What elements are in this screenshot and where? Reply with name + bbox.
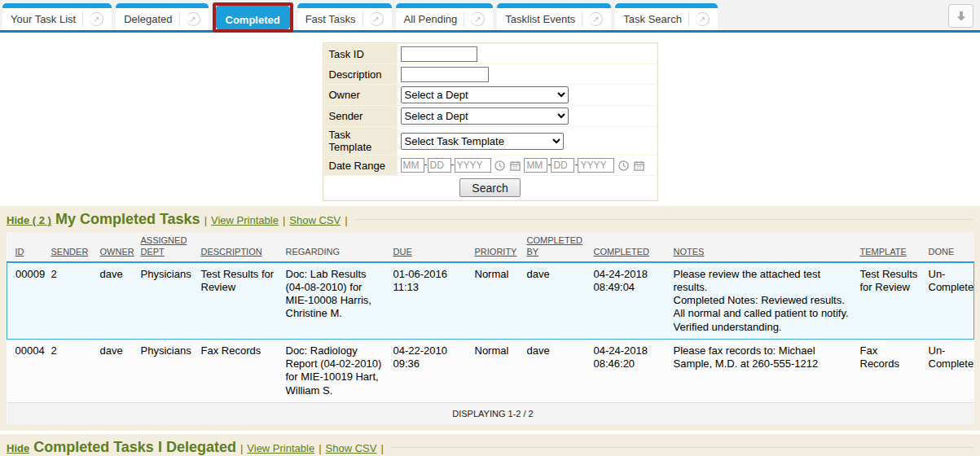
cell-notes: Please fax records to: Michael Sample, M… (670, 339, 857, 402)
tab-completed[interactable]: Completed (216, 6, 290, 29)
calendar-icon[interactable] (634, 160, 644, 171)
show-csv-link[interactable]: Show CSV (326, 442, 377, 454)
popout-icon[interactable]: ↗ (187, 12, 200, 26)
cell-sender: 2 (48, 262, 97, 340)
cell-completed: 04-24-2018 08:46:20 (591, 339, 670, 402)
col-header-completed[interactable]: COMPLETED (591, 232, 670, 262)
task-search-form: Task ID Description Owner Select a Dept … (323, 42, 658, 201)
popout-icon[interactable]: ↗ (696, 12, 710, 26)
tab-divider (688, 11, 689, 27)
show-csv-link[interactable]: Show CSV (289, 214, 341, 226)
end-day-input[interactable] (551, 158, 574, 173)
separator: | (319, 442, 321, 454)
tab-label[interactable]: Fast Tasks (305, 13, 363, 25)
tab-divider (464, 11, 464, 27)
tab-label[interactable]: All Pending (404, 13, 464, 25)
separator: | (283, 214, 285, 226)
separator: | (380, 442, 383, 454)
form-row-search: Search (324, 176, 657, 200)
cell-notes: Please review the attached test results.… (670, 262, 857, 340)
clock-icon[interactable] (494, 160, 505, 171)
pagination-row: DISPLAYING 1-2 / 2 (7, 402, 974, 424)
col-header-regarding: REGARDING (283, 232, 390, 262)
header-rule (391, 447, 973, 448)
col-header-due[interactable]: DUE (390, 232, 472, 262)
form-row-owner: Owner Select a Dept (324, 85, 657, 105)
col-header-id[interactable]: ID (7, 232, 48, 262)
tab-divider (582, 11, 582, 27)
popout-glyph: ↗ (189, 15, 196, 24)
collapse-tabs-button[interactable] (948, 4, 973, 28)
view-printable-link[interactable]: View Printable (211, 214, 279, 226)
uncomplete-action[interactable]: Un-Complete (925, 262, 974, 340)
table-row[interactable]: 00009 2 dave Physicians Test Results for… (7, 262, 974, 340)
popout-icon[interactable]: ↗ (370, 12, 384, 26)
tab-divider (179, 11, 180, 27)
task-id-label: Task ID (324, 44, 397, 64)
separator: | (204, 214, 207, 226)
search-button[interactable]: Search (459, 178, 520, 197)
header-rule (355, 219, 973, 220)
popout-glyph: ↗ (93, 15, 99, 24)
tab-delegated[interactable]: Delegated ↗ (116, 3, 208, 30)
owner-select[interactable]: Select a Dept (401, 86, 569, 103)
end-year-input[interactable] (578, 158, 614, 173)
cell-completed-by: dave (524, 262, 591, 340)
sender-select[interactable]: Select a Dept (401, 107, 569, 125)
col-header-template[interactable]: TEMPLATE (857, 232, 925, 262)
cell-id: 00009 (7, 262, 48, 340)
displaying-count: DISPLAYING 1-2 / 2 (7, 402, 974, 424)
popout-icon[interactable]: ↗ (90, 12, 103, 26)
cell-assigned-dept: Physicians (138, 262, 198, 340)
tab-label[interactable]: Delegated (124, 13, 178, 25)
task-id-input[interactable] (401, 46, 477, 62)
section-title: My Completed Tasks (55, 211, 200, 228)
tab-task-search[interactable]: Task Search ↗ (615, 3, 718, 30)
delegated-completed-header: Hide Completed Tasks I Delegated | View … (7, 439, 973, 456)
sender-label: Sender (324, 106, 397, 126)
tab-fast-tasks[interactable]: Fast Tasks ↗ (297, 3, 392, 30)
uncomplete-action[interactable]: Un-Complete (925, 339, 974, 402)
cell-description: Fax Records (198, 339, 283, 402)
col-header-completed-by[interactable]: COMPLETED BY (524, 232, 591, 262)
col-header-description[interactable]: DESCRIPTION (198, 232, 283, 262)
tab-label[interactable]: Tasklist Events (505, 13, 582, 25)
active-tab-highlight: Completed (213, 2, 293, 33)
cell-id: 00004 (7, 339, 48, 402)
tab-divider (82, 11, 83, 27)
start-month-input[interactable] (401, 158, 424, 173)
col-header-priority[interactable]: PRIORITY (472, 232, 524, 262)
tab-label[interactable]: Your Task List (11, 13, 82, 25)
cell-owner: dave (97, 262, 138, 340)
end-month-input[interactable] (524, 158, 547, 173)
calendar-icon[interactable] (510, 160, 521, 171)
clock-icon[interactable] (618, 160, 629, 171)
form-row-date-range: Date Range -- -- (324, 156, 657, 175)
form-row-sender: Sender Select a Dept (324, 106, 657, 126)
cell-regarding: Doc: Radiology Report (04-02-2010) for M… (283, 339, 390, 402)
description-label: Description (324, 64, 397, 84)
col-header-assigned-dept[interactable]: ASSIGNED DEPT (138, 232, 198, 262)
view-printable-link[interactable]: View Printable (247, 442, 314, 454)
tab-your-task-list[interactable]: Your Task List ↗ (2, 3, 112, 30)
tab-tasklist-events[interactable]: Tasklist Events ↗ (497, 3, 611, 30)
col-header-owner[interactable]: OWNER (97, 232, 138, 262)
description-input[interactable] (401, 67, 489, 82)
col-header-notes[interactable]: NOTES (670, 232, 857, 262)
start-year-input[interactable] (455, 158, 491, 173)
popout-icon[interactable]: ↗ (589, 12, 603, 26)
delegated-completed-section: Hide Completed Tasks I Delegated | View … (0, 434, 980, 456)
hide-link[interactable]: Hide (7, 442, 29, 454)
popout-icon[interactable]: ↗ (471, 12, 485, 26)
cell-completed: 04-24-2018 08:49:04 (591, 262, 670, 340)
start-day-input[interactable] (428, 158, 451, 173)
cell-assigned-dept: Physicians (138, 339, 198, 402)
popout-glyph: ↗ (592, 15, 599, 24)
tab-all-pending[interactable]: All Pending ↗ (396, 3, 494, 30)
tab-label[interactable]: Completed (226, 14, 280, 26)
task-template-select[interactable]: Select Task Template (401, 133, 564, 150)
tab-label[interactable]: Task Search (623, 13, 688, 25)
hide-link[interactable]: Hide ( 2 ) (7, 214, 51, 226)
table-row[interactable]: 00004 2 dave Physicians Fax Records Doc:… (7, 339, 974, 402)
col-header-sender[interactable]: SENDER (48, 232, 97, 262)
